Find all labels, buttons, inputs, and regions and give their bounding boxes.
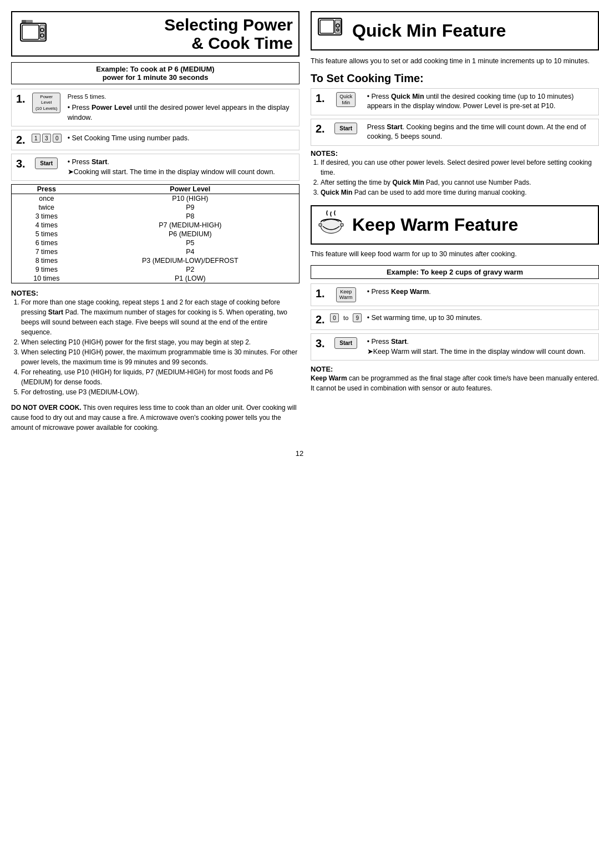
quickmin-title-box: Quick Min Feature [311,11,599,50]
selecting-power-title: Selecting Power [53,16,293,34]
selecting-power-icon [18,19,48,49]
quickmin-note-3: Quick Min Pad can be used to add more ti… [321,187,599,197]
left-note-1: For more than one stage cooking, repeat … [21,297,300,337]
keepwarm-title: Keep Warm Feature [352,215,518,235]
left-notes-title: NOTES: [11,289,300,297]
quickmin-step-2-image: Start [329,119,363,138]
quickmin-step-1-number: 1. [311,89,329,108]
quickmin-note-2: After setting the time by Quick Min Pad,… [321,177,599,187]
step-2-text: • Set Cooking Time using number pads. [63,130,299,147]
keepwarm-step-1-number: 1. [311,284,329,303]
keepwarm-step-1-image: KeepWarm [329,284,363,306]
step-2-row: 2. 1 3 0 • Set Cooking Time using number… [11,130,300,150]
right-column: Quick Min Feature This feature allows yo… [311,11,599,438]
quickmin-notes-title: NOTES: [311,149,599,158]
step-3-text: • Press Start. Cooking will start. The t… [63,154,299,180]
example-label: Example: To cook at P 6 (MEDIUM) [96,65,214,73]
step-3-image: Start [30,154,63,172]
donot-section: DO NOT OVER COOK. This oven requires les… [11,403,300,433]
selecting-power-title-box: Selecting Power & Cook Time [11,11,300,57]
step-1-image: PowerLevel(10 Levels) [30,89,63,116]
step-1-text: Press 5 times. • Press Power Level until… [63,89,299,126]
step-2-image: 1 3 0 [30,130,63,146]
donot-title: DO NOT OVER COOK. [11,404,82,412]
page-number: 12 [11,449,588,458]
keepwarm-step-1-row: 1. KeepWarm • Press Keep Warm. [311,283,599,307]
keepwarm-step-2-image: 0 to 9 [329,310,363,326]
keepwarm-example-label: Example: To keep 2 cups of gravy warm [387,268,523,276]
keepwarm-step-2-row: 2. 0 to 9 • Set warming time, up to 30 m… [311,309,599,330]
keepwarm-step-2-number: 2. [311,310,329,329]
left-notes-list: For more than one stage cooking, repeat … [11,297,300,397]
keepwarm-step-2-text: • Set warming time, up to 30 minutes. [363,310,598,327]
keepwarm-note-section: NOTE: Keep Warm can be programmed as the… [311,365,599,393]
keepwarm-desc: This feature will keep food warm for up … [311,249,599,260]
left-note-2: When selecting P10 (HIGH) power for the … [21,337,300,347]
quickmin-step-1-image: QuickMin [329,89,363,111]
keepwarm-note-title: NOTE: [311,365,599,373]
quickmin-step-1-row: 1. QuickMin • Press Quick Min until the … [311,88,599,115]
quickmin-step-2-text: Press Start. Cooking begins and the time… [363,119,598,145]
quickmin-notes-section: NOTES: If desired, you can use other pow… [311,149,599,197]
quickmin-title: Quick Min Feature [352,21,506,41]
step-2-number: 2. [12,130,30,150]
quickmin-subtitle: To Set Cooking Time: [311,72,599,85]
quickmin-note-1: If desired, you can use other power leve… [321,158,599,177]
step-1-number: 1. [12,89,30,109]
quickmin-step-1-text: • Press Quick Min until the desired cook… [363,89,598,115]
example-sub: power for 1 minute 30 seconds [103,73,209,82]
svg-rect-16 [321,222,341,226]
keepwarm-step-3-number: 3. [311,334,329,353]
keepwarm-step-1-text: • Press Keep Warm. [363,284,598,301]
example-box: Example: To cook at P 6 (MEDIUM) power f… [11,62,300,84]
quickmin-icon [317,16,348,46]
keepwarm-note-text: Keep Warm can be programmed as the final… [311,373,599,393]
quickmin-desc: This feature allows you to set or add co… [311,56,599,67]
svg-rect-1 [22,25,39,39]
quickmin-step-2-number: 2. [311,119,329,139]
left-notes-section: NOTES: For more than one stage cooking, … [11,289,300,397]
power-level-table: Press Power Level onceP10 (HIGH) twiceP9… [11,184,300,283]
quickmin-step-2-row: 2. Start Press Start. Cooking begins and… [311,119,599,146]
step-3-number: 3. [12,154,30,174]
keepwarm-example-box: Example: To keep 2 cups of gravy warm [311,265,599,279]
quickmin-notes-list: If desired, you can use other power leve… [311,158,599,197]
step-1-row: 1. PowerLevel(10 Levels) Press 5 times. … [11,89,300,126]
keepwarm-icon [317,210,348,240]
left-note-4: For reheating, use P10 (HIGH) for liquid… [21,367,300,387]
left-column: Selecting Power & Cook Time Example: To … [11,11,300,438]
selecting-power-subtitle: & Cook Time [53,34,293,52]
keepwarm-title-box: Keep Warm Feature [311,205,599,245]
svg-rect-17 [319,224,322,226]
svg-rect-6 [22,20,26,23]
left-note-5: For defrosting, use P3 (MEDIUM-LOW). [21,387,300,397]
keepwarm-step-3-image: Start [329,334,363,352]
svg-rect-18 [341,224,343,226]
step-3-row: 3. Start • Press Start. Cooking will sta… [11,154,300,181]
left-note-3: When selecting P10 (HIGH) power, the max… [21,347,300,367]
keepwarm-step-3-row: 3. Start • Press Start. Keep Warm will s… [311,333,599,361]
svg-rect-8 [320,20,334,33]
keepwarm-step-3-text: • Press Start. Keep Warm will start. The… [363,334,598,360]
